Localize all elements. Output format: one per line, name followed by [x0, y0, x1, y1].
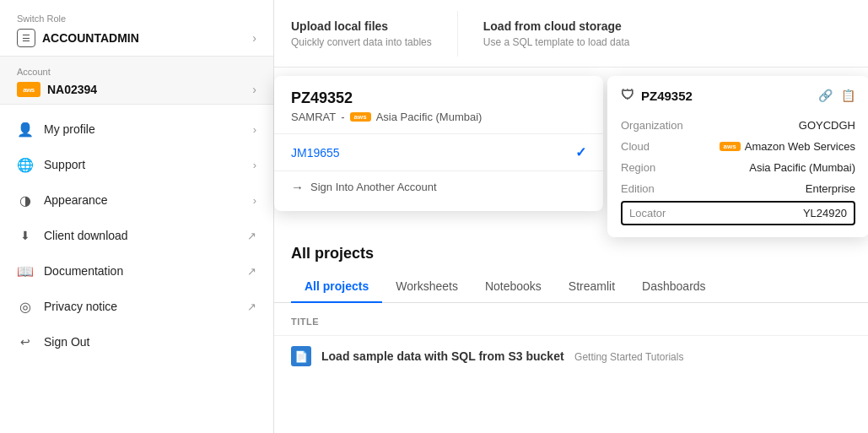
switch-role-label: Switch Role	[17, 14, 256, 24]
my-profile-icon: 👤	[17, 121, 34, 138]
row-content: Load sample data with SQL from S3 bucket…	[321, 349, 683, 364]
load-cloud-storage-title: Load from cloud storage	[483, 19, 630, 33]
info-cloud-row: Cloud aws Amazon Web Services	[621, 136, 855, 157]
sign-out-icon: ↩	[17, 333, 34, 350]
documentation-icon: 📖	[17, 263, 34, 279]
sidebar-item-support[interactable]: 🌐 Support ›	[0, 147, 273, 182]
locator-label: Locator	[629, 207, 666, 219]
row-title: Load sample data with SQL from S3 bucket	[321, 349, 564, 363]
info-organization-row: Organization GOYCDGH	[621, 115, 855, 136]
organization-value: GOYCDGH	[799, 119, 855, 132]
aws-badge-icon: aws	[350, 112, 371, 122]
organization-label: Organization	[621, 119, 683, 132]
sidebar-item-label: My profile	[44, 122, 243, 136]
appearance-chevron-icon: ›	[253, 194, 256, 207]
upload-local-files-option[interactable]: Upload local files Quickly convert data …	[291, 11, 457, 57]
dropdown-account-meta-user: SAMRAT	[291, 111, 336, 123]
support-icon: 🌐	[17, 156, 34, 173]
sign-into-another-button[interactable]: → Sign Into Another Account	[274, 170, 603, 203]
info-popup-id: 🛡 PZ49352	[621, 88, 693, 103]
load-cloud-storage-option[interactable]: Load from cloud storage Use a SQL templa…	[457, 11, 655, 57]
privacy-notice-icon: ◎	[17, 298, 34, 315]
projects-area: All projects All projects Worksheets Not…	[274, 245, 868, 376]
sidebar-item-appearance[interactable]: ◑ Appearance ›	[0, 182, 273, 218]
table-header: TITLE	[274, 303, 868, 335]
dropdown-current-account: PZ49352 SAMRAT - aws Asia Pacific (Mumba…	[274, 89, 603, 134]
cloud-value-text: Amazon Web Services	[745, 140, 855, 153]
role-icon-symbol: ☰	[22, 33, 30, 44]
cloud-aws-badge-icon: aws	[720, 142, 741, 151]
account-chevron-icon: ›	[252, 83, 256, 96]
sidebar-item-sign-out[interactable]: ↩ Sign Out	[0, 324, 273, 360]
support-chevron-icon: ›	[253, 159, 256, 171]
role-icon: ☰	[17, 29, 35, 47]
client-download-external-icon: ↗	[247, 230, 256, 242]
dropdown-account-id: PZ49352	[291, 89, 586, 107]
sidebar-item-label: Documentation	[44, 264, 237, 278]
tab-streamlit[interactable]: Streamlit	[555, 271, 628, 303]
sign-into-another-label: Sign Into Another Account	[310, 181, 437, 193]
privacy-notice-external-icon: ↗	[247, 300, 256, 313]
projects-title: All projects	[274, 245, 868, 271]
tab-all-projects[interactable]: All projects	[291, 271, 382, 303]
switch-role-chevron-icon: ›	[252, 31, 256, 45]
sidebar-item-privacy-notice[interactable]: ◎ Privacy notice ↗	[0, 289, 273, 324]
account-selected-checkmark-icon: ✓	[575, 144, 586, 160]
sign-into-another-arrow-icon: →	[291, 180, 304, 194]
account-row[interactable]: aws NA02394 ›	[17, 82, 256, 97]
shield-icon: 🛡	[621, 88, 634, 103]
sidebar-item-label: Appearance	[44, 193, 243, 207]
switch-role-row[interactable]: ☰ ACCOUNTADMIN ›	[17, 29, 256, 47]
documentation-external-icon: ↗	[247, 265, 256, 278]
info-popup-header: 🛡 PZ49352 🔗 📋	[621, 88, 855, 103]
locator-value: YL24920	[803, 207, 847, 219]
edition-label: Edition	[621, 182, 655, 195]
sidebar-item-documentation[interactable]: 📖 Documentation ↗	[0, 253, 273, 289]
sidebar: Switch Role ☰ ACCOUNTADMIN › Account aws…	[0, 0, 274, 433]
load-cloud-storage-desc: Use a SQL template to load data	[483, 36, 630, 48]
dropdown-account-region: Asia Pacific (Mumbai)	[376, 111, 483, 123]
edition-value: Enterprise	[806, 182, 855, 195]
document-icon: 📄	[291, 346, 311, 366]
table-header-title-label: TITLE	[291, 317, 319, 327]
switch-role-section: Switch Role ☰ ACCOUNTADMIN ›	[0, 0, 273, 57]
upload-local-files-desc: Quickly convert data into tables	[291, 36, 432, 48]
info-region-row: Region Asia Pacific (Mumbai)	[621, 157, 855, 178]
account-name: NA02394	[47, 83, 97, 96]
info-popup-account-id: PZ49352	[641, 89, 693, 103]
account-label: Account	[17, 67, 256, 77]
sidebar-item-client-download[interactable]: ⬇ Client download ↗	[0, 218, 273, 253]
tab-worksheets[interactable]: Worksheets	[382, 271, 472, 303]
my-profile-chevron-icon: ›	[253, 123, 256, 136]
sidebar-item-label: Privacy notice	[44, 300, 237, 313]
nav-items: 👤 My profile › 🌐 Support › ◑ Appearance …	[0, 105, 273, 433]
role-name: ACCOUNTADMIN	[42, 31, 139, 45]
region-value: Asia Pacific (Mumbai)	[749, 161, 855, 174]
sidebar-item-label: Client download	[44, 229, 237, 242]
tabs-row: All projects Worksheets Notebooks Stream…	[274, 271, 868, 303]
dropdown-other-account[interactable]: JM19655 ✓	[274, 134, 603, 170]
account-dropdown: PZ49352 SAMRAT - aws Asia Pacific (Mumba…	[274, 76, 603, 211]
sidebar-item-label: Support	[44, 158, 243, 171]
copy-link-icon[interactable]: 🔗	[818, 89, 833, 102]
aws-logo-icon: aws	[17, 82, 40, 97]
row-tag: Getting Started Tutorials	[574, 351, 683, 363]
tab-dashboards[interactable]: Dashboards	[628, 271, 720, 303]
account-section: Account aws NA02394 ›	[0, 57, 273, 105]
info-popup-actions: 🔗 📋	[818, 89, 855, 102]
table-row[interactable]: 📄 Load sample data with SQL from S3 buck…	[274, 335, 868, 376]
info-popup: 🛡 PZ49352 🔗 📋 Organization GOYCDGH Cloud…	[607, 76, 868, 237]
sidebar-item-label: Sign Out	[44, 335, 256, 349]
copy-clipboard-icon[interactable]: 📋	[841, 89, 855, 102]
switch-role-identity: ☰ ACCOUNTADMIN	[17, 29, 139, 47]
tab-notebooks[interactable]: Notebooks	[472, 271, 555, 303]
dropdown-account-meta: SAMRAT - aws Asia Pacific (Mumbai)	[291, 111, 586, 123]
appearance-icon: ◑	[17, 192, 34, 208]
account-identity: aws NA02394	[17, 82, 97, 97]
dropdown-other-account-id: JM19655	[291, 146, 340, 160]
top-options: Upload local files Quickly convert data …	[274, 0, 868, 68]
info-edition-row: Edition Enterprise	[621, 178, 855, 199]
region-label: Region	[621, 161, 655, 174]
sidebar-item-my-profile[interactable]: 👤 My profile ›	[0, 111, 273, 147]
upload-local-files-title: Upload local files	[291, 19, 432, 33]
